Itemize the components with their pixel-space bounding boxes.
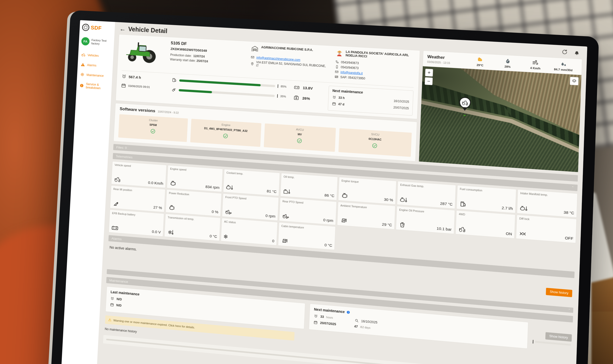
telemetry-value: 81 °C <box>267 189 277 194</box>
maintenance-section-label: Maintenance <box>109 278 128 284</box>
telemetry-card-oil-pressure: Engine Oil Pressure 10.1 bar <box>396 206 455 234</box>
sidebar-item-service[interactable]: Service & breakdown <box>79 82 109 91</box>
telemetry-value: 2.7 l/h <box>502 206 513 211</box>
tractor-icon <box>81 52 86 57</box>
telemetry-value: 0 °C <box>324 243 332 248</box>
next-maintenance-date: 20/07/2025 <box>320 321 336 326</box>
email-icon <box>334 70 339 74</box>
fuel-pump-icon <box>459 201 467 208</box>
nm-hours: 33 h <box>338 96 345 100</box>
cabin-temp-icon <box>280 237 288 245</box>
warranty-label: Warranty start date: <box>170 58 196 63</box>
fuel-fill <box>179 79 261 86</box>
software-item-svcu: SVCU 0C13HAC <box>338 128 412 157</box>
check-circle-icon <box>372 143 378 149</box>
telemetry-label: Engine torque <box>341 179 394 186</box>
sun-cloud-icon <box>477 56 484 63</box>
owner-name: LA PANDOLFA SOCIETA' AGRICOLA ARL NOELIA… <box>346 50 415 61</box>
map-layers-button[interactable] <box>570 77 578 85</box>
telemetry-value: OFF <box>565 236 573 241</box>
telemetry-value: 834 rpm <box>205 184 220 190</box>
tractor-speed-icon <box>114 176 121 183</box>
software-versions-title: Software versions <box>120 106 155 114</box>
software-item-cluster: Cluster SP5M <box>118 114 188 142</box>
map-zoom-in-button[interactable]: + <box>425 69 433 77</box>
alarms-show-history-button[interactable]: Show history <box>546 288 572 297</box>
sdf-knot-icon <box>82 24 90 31</box>
telemetry-value: 29 °C <box>382 222 392 227</box>
weather-rain: 84.7 mm/30d <box>549 60 578 72</box>
weather-wind-value: 4 Km/h <box>530 66 540 70</box>
warning-triangle-icon <box>80 62 85 67</box>
telemetry-label: Ambient Temperature <box>340 204 393 211</box>
map-zoom-out-button[interactable]: − <box>425 77 433 85</box>
telemetry-card-cabin-temp: Cabin temperature 0 °C <box>278 222 335 250</box>
last-update: 03/06/2025 09:01 <box>128 84 150 89</box>
snowflake-icon: ❄ <box>223 234 228 240</box>
page-title: Vehicle Detail <box>128 26 168 35</box>
weather-humidity: 28% <box>494 57 522 69</box>
brand: SDF <box>82 24 113 33</box>
owner-email-link[interactable]: info@pandolfa.it <box>341 70 363 75</box>
screen: SDF FA Factory Test factory Vehicles Ala… <box>61 20 587 364</box>
telemetry-label: Transmission oil temp. <box>168 216 218 223</box>
next-maintenance-hours: 33 <box>320 315 324 319</box>
production-date-label: Production date: <box>170 53 192 58</box>
sidebar-item-alarms[interactable]: Alarms <box>80 62 110 68</box>
dealer-block: AGRIMACCHINE RUBICONE S.P.A. info@agrima… <box>250 45 329 79</box>
chevron-up-icon[interactable]: ⌃ <box>568 308 573 312</box>
rain-icon <box>560 61 567 67</box>
sidebar-item-maintenance[interactable]: Maintenance <box>80 72 110 78</box>
maintenance-warning-text: Warning one or more maintenance expired.… <box>113 319 195 329</box>
telemetry-card-ac-status: AC status ❄ 0 <box>221 218 278 245</box>
engine-hours-icon <box>332 95 337 100</box>
next-maintenance-target-date: 16/10/2025 <box>361 319 377 324</box>
chevron-up-icon[interactable]: ⌃ <box>571 185 574 190</box>
telemetry-label: Rear PTO Speed <box>282 200 334 207</box>
mobile-icon <box>335 65 339 69</box>
check-circle-icon <box>150 129 156 134</box>
weather-temperature: 29°C <box>466 55 494 67</box>
magnifier-icon <box>354 318 359 323</box>
owner-mobile: 0543/940673 <box>341 65 359 70</box>
adblue-fill <box>179 89 212 93</box>
next-maintenance-days: 47 <box>354 325 358 328</box>
progress-caret <box>533 340 533 343</box>
refresh-icon[interactable] <box>561 49 568 55</box>
def-level: 26% <box>302 96 310 101</box>
info-icon[interactable] <box>346 310 350 314</box>
back-arrow-icon[interactable]: ← <box>120 25 126 32</box>
header-actions <box>561 49 580 56</box>
scene: SDF FA Factory Test factory Vehicles Ala… <box>0 0 613 364</box>
telemetry-value: 0 <box>272 239 274 243</box>
calendar-icon <box>121 83 126 89</box>
fuel-track <box>179 79 275 87</box>
laptop: SDF FA Factory Test factory Vehicles Ala… <box>50 10 599 364</box>
sidebar-item-label: Vehicles <box>87 53 99 57</box>
telemetry-label: Engine Oil Pressure <box>399 208 452 215</box>
next-maintenance-title: Next maintenance <box>314 307 345 314</box>
telemetry-card-transmission-temp: Transmission oil temp. 0 °C <box>164 214 220 241</box>
telemetry-value: 287 °C <box>440 201 453 207</box>
sidebar-item-vehicles[interactable]: Vehicles <box>81 52 111 59</box>
satellite-map[interactable]: + − ⌄ <box>419 66 581 172</box>
telemetry-label: Front PTO Speed <box>225 195 276 202</box>
battery-icon <box>111 224 119 231</box>
service-info-icon <box>79 83 84 88</box>
transmission-icon <box>167 229 174 235</box>
avatar[interactable]: FA <box>81 37 90 46</box>
user-profile[interactable]: FA Factory Test factory <box>81 37 112 47</box>
tractor-pin-icon <box>461 100 469 106</box>
adblue-nozzle-icon <box>171 87 176 92</box>
user-name: Factory Test factory <box>91 38 112 46</box>
vehicle-map-marker[interactable]: ⌄ <box>459 97 471 116</box>
bell-icon[interactable] <box>573 49 580 56</box>
telemetry-card-efb-battery: EFB Backup battery 0.0 V <box>109 210 164 236</box>
main-content: ← Vehicle Detail <box>96 22 587 364</box>
owner-block: LA PANDOLFA SOCIETA' AGRICOLA ARL NOELIA… <box>334 50 415 84</box>
telemetry-label: AC status <box>224 220 275 227</box>
telemetry-value: 30 % <box>384 197 393 202</box>
owner-phone: 0543/940673 <box>341 60 359 65</box>
calendar-icon <box>332 102 336 106</box>
weather-map-panel: Weather 03/06/2025 - 13:15 29°C 28% <box>419 51 582 172</box>
